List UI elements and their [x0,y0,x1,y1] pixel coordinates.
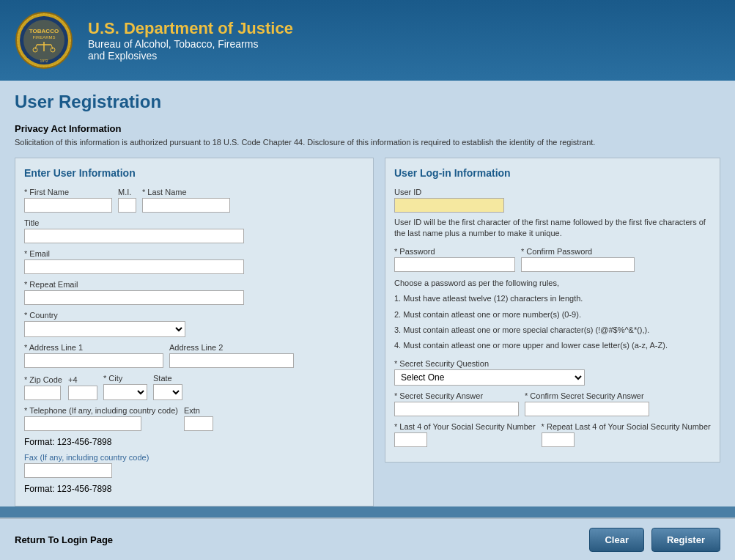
plus4-input[interactable] [68,386,97,400]
password-row: * Password * Confirm Password [394,247,711,272]
address2-input[interactable] [169,353,294,368]
extn-input[interactable] [184,416,213,431]
ssn-row: * Last 4 of Your Social Security Number … [394,422,711,447]
repeat-ssn-label: * Repeat Last 4 of Your Social Security … [542,422,711,431]
repeat-email-row: * Repeat Email [24,280,364,305]
title-label: Title [24,218,364,227]
secret-question-label: * Secret Security Question [394,359,711,368]
department-title: U.S. Department of Justice [88,19,293,38]
email-input[interactable] [24,259,244,274]
title-input[interactable] [24,229,244,243]
extn-label: Extn [184,406,213,415]
svg-point-2 [23,20,64,61]
fax-group: Fax (If any, including country code) [24,453,149,478]
fax-format-text: Format: 123-456-7898 [24,484,111,494]
zip-group: * Zip Code [24,375,62,400]
password-rules: Choose a password as per the following r… [394,278,711,352]
fax-format: Format: 123-456-7898 [24,484,364,494]
svg-text:TOBACCO: TOBACCO [29,28,59,34]
password-rule4: 4. Must contain atleast one or more uppe… [394,340,711,351]
userid-input[interactable] [394,198,504,213]
country-select[interactable]: United States Canada Mexico [24,321,185,337]
secret-answer-label: * Secret Security Answer [394,391,519,400]
confirm-secret-answer-group: * Confirm Secret Security Answer [525,391,649,416]
address2-label: Address Line 2 [169,343,294,352]
bureau-line2: and Explosives [88,50,293,62]
zip-label: * Zip Code [24,375,62,384]
right-panel: User Log-in Information User ID User ID … [385,158,720,463]
privacy-title: Privacy Act Information [15,123,720,134]
tel-format-text: Format: 123-456-7898 [24,437,111,447]
agency-name: U.S. Department of Justice Bureau of Alc… [88,19,293,62]
ssn-group: * Last 4 of Your Social Security Number [394,422,536,447]
mi-label: M.I. [118,188,136,196]
email-group: * Email [24,249,364,274]
confirm-password-input[interactable] [521,257,635,272]
first-name-group: * First Name [24,188,112,213]
last-name-input[interactable] [142,198,230,213]
first-name-label: * First Name [24,188,112,196]
address1-group: * Address Line 1 [24,343,163,368]
first-name-input[interactable] [24,198,112,213]
repeat-ssn-input[interactable] [542,432,575,447]
repeat-email-group: * Repeat Email [24,280,364,305]
password-rule1: 1. Must have atleast twelve (12) charact… [394,293,711,304]
left-panel-title: Enter User Information [24,167,364,179]
secret-question-group: * Secret Security Question Select One Wh… [394,359,711,386]
mi-group: M.I. [118,188,136,213]
confirm-secret-answer-input[interactable] [525,402,649,416]
state-select[interactable] [153,384,182,400]
telephone-row: * Telephone (If any, including country c… [24,406,364,431]
telephone-input[interactable] [24,416,141,431]
fax-input[interactable] [24,463,112,478]
zip-input[interactable] [24,386,61,400]
password-input[interactable] [394,257,515,272]
main-content: User Registration Privacy Act Informatio… [0,81,735,506]
city-label: * City [103,374,147,383]
clear-button[interactable]: Clear [589,528,644,552]
last-name-group: * Last Name [142,188,230,213]
email-row: * Email [24,249,364,274]
page-header: TOBACCO FIREARMS 1972 U.S. Department of… [0,0,735,81]
address1-label: * Address Line 1 [24,343,163,352]
address2-group: Address Line 2 [169,343,294,368]
telephone-label: * Telephone (If any, including country c… [24,406,178,415]
secret-answer-row: * Secret Security Answer * Confirm Secre… [394,391,711,416]
agency-seal: TOBACCO FIREARMS 1972 [15,11,73,70]
userid-info: User ID will be the first character of t… [394,217,711,240]
tel-format: Format: 123-456-7898 [24,437,364,447]
ssn-label: * Last 4 of Your Social Security Number [394,422,536,431]
privacy-section: Privacy Act Information Solicitation of … [15,123,720,147]
state-label: State [153,374,182,383]
name-row: * First Name M.I. * Last Name [24,188,364,213]
form-container: Enter User Information * First Name M.I.… [15,158,720,506]
ssn-input[interactable] [394,432,427,447]
repeat-email-input[interactable] [24,290,244,305]
password-label: * Password [394,247,515,256]
fax-row: Fax (If any, including country code) [24,453,364,478]
secret-answer-group: * Secret Security Answer [394,391,519,416]
confirm-secret-answer-label: * Confirm Secret Security Answer [525,391,649,400]
mi-input[interactable] [118,198,136,213]
userid-label: User ID [394,188,711,196]
svg-text:FIREARMS: FIREARMS [32,35,55,40]
password-group: * Password [394,247,515,272]
secret-question-select[interactable]: Select One What is your mother's maiden … [394,369,585,386]
password-rule3: 3. Must contain atleast one or more spec… [394,325,711,336]
footer-buttons: Clear Register [589,528,720,552]
state-group: State [153,374,182,400]
last-name-label: * Last Name [142,188,230,196]
title-group: Title [24,218,364,243]
page-title: User Registration [15,92,720,112]
city-group: * City [103,374,147,400]
secret-answer-input[interactable] [394,402,519,416]
register-button[interactable]: Register [651,528,720,552]
city-select[interactable] [103,384,147,400]
country-row: * Country United States Canada Mexico [24,311,364,337]
address1-input[interactable] [24,353,163,368]
svg-text:1972: 1972 [40,59,48,63]
bureau-line1: Bureau of Alcohol, Tobacco, Firearms [88,38,293,50]
privacy-text: Solicitation of this information is auth… [15,138,720,147]
return-to-login-link[interactable]: Return To Login Page [15,534,113,545]
zip-city-row: * Zip Code +4 * City State [24,374,364,400]
